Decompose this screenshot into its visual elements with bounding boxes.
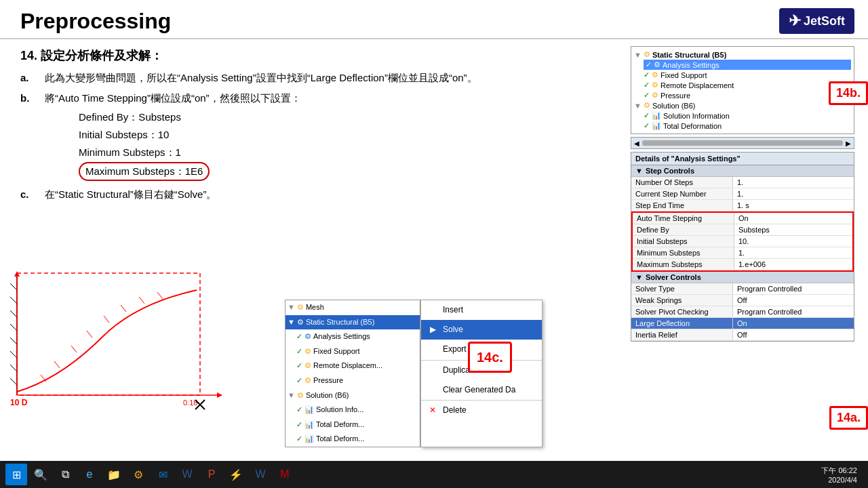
detail-pivot-value: Program Controlled xyxy=(733,306,854,317)
ctx-clear[interactable]: Clear Generated Da xyxy=(421,380,542,400)
tree-pressure[interactable]: ✓ ⚙ Pressure xyxy=(644,90,851,100)
substeps-list: Defined By：Substeps Initial Substeps：10 … xyxy=(79,109,301,181)
ss-static-label: Static Structural (B5) xyxy=(306,317,374,329)
item-a-label: a. xyxy=(20,70,39,86)
tree-fixed-support[interactable]: ✓ ⚙ Fixed Support xyxy=(644,70,851,80)
taskbar: ⊞ 🔍 ⧉ e 📁 ⚙ ✉ W P ⚡ W M 下午 06:22 2020/4/… xyxy=(0,461,868,488)
ctx-insert[interactable]: Insert xyxy=(421,300,542,320)
ss-total-def2-row: ✓ 📊 Total Deform... xyxy=(285,432,420,447)
solver-controls-label: Solver Controls xyxy=(646,273,701,281)
item-a-content: 此為大變形彎曲問題，所以在“Analysis Setting”設置中找到“Lar… xyxy=(45,70,477,86)
detail-initial-substeps: Initial Substeps 10. xyxy=(633,236,852,247)
detail-define-value: Substeps xyxy=(734,224,852,235)
ss-total-def2-label: Total Deform... xyxy=(316,433,365,445)
detail-min-value: 1. xyxy=(734,247,852,258)
item-b-text: 將“Auto Time Stepping”欄位設成“on”，然後照以下設置： xyxy=(45,92,301,104)
tree-rd-check: ✓ xyxy=(644,81,650,89)
svg-line-11 xyxy=(54,361,60,368)
detail-inertia-label: Inertia Relief xyxy=(631,329,733,340)
slide-title: Preprocessing xyxy=(20,9,171,34)
tree-remote-displacement[interactable]: ✓ ⚙ Remote Displacement xyxy=(644,80,851,90)
ctx-delete[interactable]: ✕ Delete xyxy=(421,401,542,420)
item-b-content: 將“Auto Time Stepping”欄位設成“on”，然後照以下設置： D… xyxy=(45,90,301,182)
ss-static-structural-row: ▼ ⚙ Static Structural (B5) xyxy=(285,315,420,330)
details-panel: Details of "Analysis Settings" ▼ Step Co… xyxy=(631,152,854,342)
ctx-clear-icon xyxy=(428,385,437,394)
context-menu: Insert ▶ Solve Export Nastran File Dupli… xyxy=(420,300,542,447)
ctx-solve[interactable]: ▶ Solve xyxy=(421,320,542,340)
task-view-button[interactable]: ⧉ xyxy=(54,464,76,485)
detail-large-defl-label: Large Deflection xyxy=(631,318,733,329)
word-icon[interactable]: W xyxy=(176,464,198,485)
ppt-icon[interactable]: P xyxy=(201,464,222,485)
ansys-icon-3[interactable]: M xyxy=(274,464,296,485)
detail-define-label: Define By xyxy=(633,224,734,235)
ctx-solve-label: Solve xyxy=(443,323,463,336)
start-button[interactable]: ⊞ xyxy=(5,464,27,485)
detail-initial-label: Initial Substeps xyxy=(633,236,734,247)
svg-line-12 xyxy=(71,346,77,352)
scroll-bar[interactable]: ◀ ▶ xyxy=(631,137,854,149)
slide: Preprocessing ✈ JetSoft 14. 設定分析條件及求解： a… xyxy=(0,0,868,461)
outlook-icon[interactable]: ✉ xyxy=(152,464,174,485)
svg-line-16 xyxy=(139,297,144,304)
substep-minimum: Minimum Substeps：1 xyxy=(79,144,301,161)
sketch-svg: 10 D 0.18 xyxy=(7,270,237,426)
tree-fs-check: ✓ xyxy=(644,70,650,79)
tree-p-icon: ⚙ xyxy=(652,91,658,100)
item-a: a. 此為大變形彎曲問題，所以在“Analysis Setting”設置中找到“… xyxy=(20,70,617,86)
ansys-icon-2[interactable]: ⚡ xyxy=(225,464,247,485)
item-c-content: 在“Static Structural”條目右鍵“Solve”。 xyxy=(45,186,216,203)
word-icon-2[interactable]: W xyxy=(250,464,271,485)
svg-line-7 xyxy=(10,351,17,358)
substep-maximum: Maximum Substeps：1E6 xyxy=(79,162,301,181)
detail-step-end-time: Step End Time 1. s xyxy=(631,200,854,211)
solver-collapse-icon[interactable]: ▼ xyxy=(635,273,643,281)
substep-maximum-box: Maximum Substeps：1E6 xyxy=(79,162,210,181)
solver-controls-header: ▼ Solver Controls xyxy=(631,272,854,283)
svg-marker-19 xyxy=(217,392,222,398)
svg-rect-0 xyxy=(17,273,200,395)
tree-rd-label: Remote Displacement xyxy=(660,81,734,89)
ss-total-def-row: ✓ 📊 Total Deform... xyxy=(285,418,420,432)
svg-line-14 xyxy=(104,316,109,323)
edge-icon[interactable]: e xyxy=(79,464,100,485)
scroll-left-arrow[interactable]: ◀ xyxy=(634,140,639,147)
tree-td-label: Total Deformation xyxy=(663,122,722,130)
detail-min-substeps: Minimum Substeps 1. xyxy=(633,247,852,259)
tree-analysis-settings[interactable]: ✓ ⚙ Analysis Settings xyxy=(644,60,851,70)
detail-weak-springs-value: Off xyxy=(733,295,854,306)
search-button[interactable]: 🔍 xyxy=(30,464,52,485)
explorer-icon[interactable]: 📁 xyxy=(103,464,125,485)
svg-line-3 xyxy=(10,297,17,304)
label-14c-badge: 14c. xyxy=(468,342,512,373)
tree-sol-expand: ▼ xyxy=(634,102,642,110)
ss-solution-label: Solution (B6) xyxy=(306,390,349,402)
tree-solution-info[interactable]: ✓ 📊 Solution Information xyxy=(644,110,851,121)
ss-fixed-label: Fixed Support xyxy=(313,346,359,358)
tree-solution[interactable]: ▼ ⚙ Solution (B6) xyxy=(634,100,851,110)
ss-analysis-settings-row: ✓ ⚙ Analysis Settings xyxy=(285,329,420,344)
tree-analysis-label: Analysis Settings xyxy=(663,61,719,69)
ss-fixed-support-row: ✓ ⚙ Fixed Support xyxy=(285,344,420,359)
ctx-clear-label: Clear Generated Da xyxy=(443,384,515,396)
svg-line-9 xyxy=(10,378,17,385)
drawing-area: 10 D 0.18 xyxy=(7,270,237,430)
detail-current-step-value: 1. xyxy=(733,188,854,199)
detail-inertia-value: Off xyxy=(733,329,854,340)
tree-total-deformation[interactable]: ✓ 📊 Total Deformation xyxy=(644,121,851,131)
screenshot-tree: ▼ ⚙ Mesh ▼ ⚙ Static Structural (B5) ✓ ⚙ … xyxy=(285,300,420,447)
scroll-right-arrow[interactable]: ▶ xyxy=(846,140,851,147)
taskbar-time: 下午 06:22 2020/4/4 xyxy=(821,466,863,484)
svg-line-4 xyxy=(10,310,17,317)
detail-min-label: Minimum Substeps xyxy=(633,247,734,258)
ansys-icon-1[interactable]: ⚙ xyxy=(127,464,149,485)
detail-inertia-relief: Inertia Relief Off xyxy=(631,329,854,341)
step-controls-collapse-icon[interactable]: ▼ xyxy=(635,167,643,175)
tree-fs-icon: ⚙ xyxy=(652,70,658,79)
svg-line-5 xyxy=(10,324,17,331)
ss-pressure-label: Pressure xyxy=(313,375,343,387)
ctx-delete-icon: ✕ xyxy=(428,406,437,415)
ctx-insert-label: Insert xyxy=(443,304,463,317)
ss-sol-info-row: ✓ 📊 Solution Info... xyxy=(285,403,420,418)
